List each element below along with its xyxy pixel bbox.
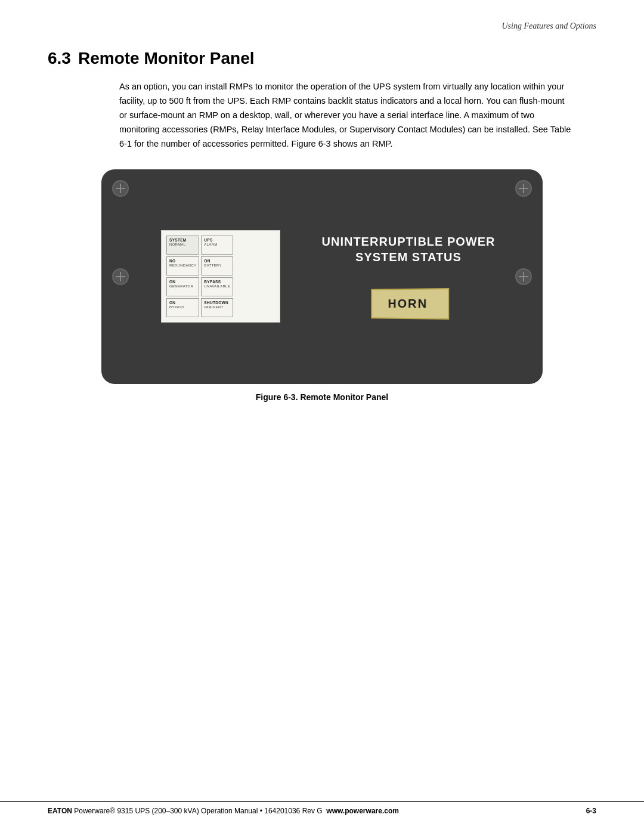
cell-top-bypass: BYPASS: [204, 280, 230, 284]
footer-text: Powerware® 9315 UPS (200–300 kVA) Operat…: [72, 807, 323, 815]
status-grid: SYSTEM NORMAL UPS ALARM NO REDUNDANCY: [166, 236, 233, 317]
screw-mid-left: [112, 268, 129, 285]
cell-top-shutdown: SHUTDOWN: [204, 301, 230, 305]
page-header: Using Features and Options: [0, 0, 644, 37]
panel-title-line1: UNINTERRUPTIBLE POWER: [322, 235, 496, 248]
screw-top-left: [112, 180, 129, 197]
cell-bot-imminent: IMMINENT: [204, 305, 230, 309]
status-cell-on-battery: ON BATTERY: [201, 256, 233, 275]
horn-button-wrapper[interactable]: HORN: [370, 289, 448, 319]
footer-url: www.powerware.com: [326, 807, 399, 815]
figure-container: SYSTEM NORMAL UPS ALARM NO REDUNDANCY: [48, 169, 596, 402]
main-content: 6.3Remote Monitor Panel As an option, yo…: [0, 37, 644, 467]
right-panel: UNINTERRUPTIBLE POWER SYSTEM STATUS HORN: [298, 234, 519, 319]
cell-top-on-gen: ON: [169, 280, 196, 284]
section-title: Remote Monitor Panel: [78, 49, 255, 67]
status-cell-ups-alarm: UPS ALARM: [201, 236, 233, 255]
page: Using Features and Options 6.3Remote Mon…: [0, 0, 644, 833]
cell-bot-redundancy: REDUNDANCY: [169, 264, 196, 267]
cell-top-on-bat: ON: [204, 259, 230, 263]
cell-bot-alarm: ALARM: [204, 243, 230, 246]
cell-top-ups: UPS: [204, 238, 230, 242]
status-cell-no-redundancy: NO REDUNDANCY: [166, 256, 199, 275]
section-heading: 6.3Remote Monitor Panel: [48, 49, 596, 68]
screw-top-right: [515, 180, 532, 197]
figure-caption: Figure 6-3. Remote Monitor Panel: [256, 392, 388, 402]
body-paragraph: As an option, you can install RMPs to mo…: [119, 80, 572, 151]
cell-bot-generator: GENERATOR: [169, 284, 196, 288]
cell-top-on-byp: ON: [169, 301, 196, 305]
status-indicator-panel: SYSTEM NORMAL UPS ALARM NO REDUNDANCY: [161, 230, 280, 323]
cell-top-system: SYSTEM: [169, 238, 196, 242]
status-cell-on-generator: ON GENERATOR: [166, 277, 199, 296]
screw-mid-right: [515, 268, 532, 285]
page-footer: EATON Powerware® 9315 UPS (200–300 kVA) …: [0, 801, 644, 815]
status-cell-bypass-unavailable: BYPASS UNAVAILABLE: [201, 277, 233, 296]
cell-bot-battery: BATTERY: [204, 264, 230, 267]
cell-bot-normal: NORMAL: [169, 243, 196, 246]
cell-bot-bypass: BYPASS: [169, 305, 196, 309]
cell-top-no: NO: [169, 259, 196, 263]
footer-brand: EATON: [48, 807, 72, 815]
status-cell-shutdown-imminent: SHUTDOWN IMMINENT: [201, 298, 233, 317]
status-cell-on-bypass: ON BYPASS: [166, 298, 199, 317]
footer-page-number: 6-3: [586, 807, 596, 815]
cell-bot-unavailable: UNAVAILABLE: [204, 284, 230, 288]
panel-title: UNINTERRUPTIBLE POWER SYSTEM STATUS: [322, 234, 496, 265]
footer-left: EATON Powerware® 9315 UPS (200–300 kVA) …: [48, 807, 399, 815]
panel-title-line2: SYSTEM STATUS: [355, 250, 462, 264]
section-number: 6.3: [48, 49, 71, 67]
header-text: Using Features and Options: [501, 21, 596, 30]
status-cell-system-normal: SYSTEM NORMAL: [166, 236, 199, 255]
rmp-panel-device: SYSTEM NORMAL UPS ALARM NO REDUNDANCY: [101, 169, 543, 384]
horn-button[interactable]: HORN: [371, 288, 449, 320]
